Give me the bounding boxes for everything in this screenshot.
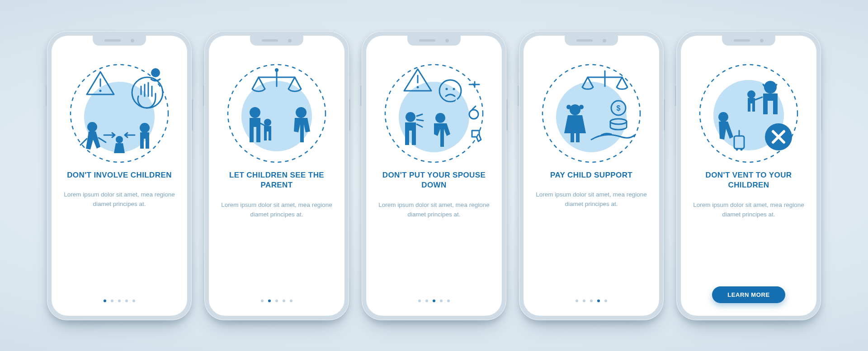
screen-title: DON'T VENT TO YOUR CHILDREN bbox=[691, 170, 807, 191]
svg-point-3 bbox=[99, 89, 102, 92]
dont-vent-icon bbox=[694, 59, 803, 168]
svg-point-33 bbox=[579, 105, 584, 109]
svg-point-28 bbox=[556, 82, 627, 152]
screen-body: Lorem ipsum dolor sit amet, mea regione … bbox=[535, 190, 648, 209]
screen-title: DON'T INVOLVE CHILDREN bbox=[67, 170, 172, 181]
page-dot[interactable] bbox=[125, 300, 128, 302]
phone-notch bbox=[722, 36, 775, 46]
page-indicator bbox=[104, 300, 135, 302]
screen-title: PAY CHILD SUPPORT bbox=[550, 170, 632, 181]
onboarding-screen: DON'T INVOLVE CHILDREN Lorem ipsum dolor… bbox=[52, 36, 187, 316]
svg-point-20 bbox=[417, 86, 419, 88]
child-support-icon: $ bbox=[537, 59, 646, 168]
svg-point-26 bbox=[435, 113, 445, 123]
page-indicator bbox=[418, 300, 450, 302]
phone-mockup: DON'T VENT TO YOUR CHILDREN Lorem ipsum … bbox=[676, 31, 821, 320]
page-indicator bbox=[576, 300, 607, 302]
phone-notch bbox=[565, 36, 618, 46]
screen-title: DON'T PUT YOUR SPOUSE DOWN bbox=[376, 170, 492, 191]
page-dot[interactable] bbox=[433, 300, 435, 302]
involve-children-icon bbox=[65, 59, 174, 168]
svg-point-23 bbox=[453, 88, 455, 90]
page-dot[interactable] bbox=[290, 300, 292, 302]
screen-body: Lorem ipsum dolor sit amet, mea regione … bbox=[692, 201, 805, 220]
page-dot[interactable] bbox=[261, 300, 264, 302]
page-dot[interactable] bbox=[447, 300, 450, 302]
page-dot[interactable] bbox=[590, 300, 593, 302]
svg-point-5 bbox=[151, 68, 160, 77]
svg-point-31 bbox=[570, 104, 580, 115]
page-dot[interactable] bbox=[425, 300, 428, 302]
page-dot[interactable] bbox=[275, 300, 278, 302]
page-dot[interactable] bbox=[583, 300, 585, 302]
svg-point-44 bbox=[736, 148, 738, 150]
onboarding-screen: DON'T VENT TO YOUR CHILDREN Lorem ipsum … bbox=[681, 36, 816, 316]
phone-notch bbox=[407, 36, 461, 46]
svg-point-14 bbox=[250, 107, 260, 118]
svg-point-24 bbox=[469, 110, 478, 119]
phone-mockup: $ PAY CHILD SUPPORT Lorem ipsum dolor si… bbox=[519, 31, 664, 320]
screen-title: LET CHILDREN SEE THE PARENT bbox=[219, 170, 335, 191]
svg-text:$: $ bbox=[617, 104, 621, 112]
page-dot[interactable] bbox=[576, 300, 578, 302]
learn-more-button[interactable]: LEARN MORE bbox=[712, 286, 785, 303]
page-dot[interactable] bbox=[283, 300, 285, 302]
see-parent-icon bbox=[222, 59, 331, 168]
phone-mockup: LET CHILDREN SEE THE PARENT Lorem ipsum … bbox=[204, 31, 349, 320]
screen-body: Lorem ipsum dolor sit amet, mea regione … bbox=[220, 201, 333, 220]
onboarding-screen: DON'T PUT YOUR SPOUSE DOWN Lorem ipsum d… bbox=[366, 36, 502, 316]
page-dot[interactable] bbox=[268, 300, 271, 302]
svg-point-25 bbox=[406, 112, 415, 122]
phone-notch bbox=[250, 36, 303, 46]
svg-point-8 bbox=[116, 136, 123, 143]
svg-point-13 bbox=[275, 68, 278, 72]
phone-mockup: DON'T INVOLVE CHILDREN Lorem ipsum dolor… bbox=[47, 31, 192, 320]
screen-body: Lorem ipsum dolor sit amet, mea regione … bbox=[377, 201, 491, 220]
svg-point-6 bbox=[87, 122, 97, 132]
screen-body: Lorem ipsum dolor sit amet, mea regione … bbox=[63, 190, 176, 209]
svg-point-22 bbox=[446, 88, 448, 90]
page-indicator bbox=[261, 300, 292, 302]
svg-point-7 bbox=[140, 123, 150, 133]
page-dot[interactable] bbox=[104, 300, 106, 302]
page-dot[interactable] bbox=[418, 300, 421, 302]
phone-mockup: DON'T PUT YOUR SPOUSE DOWN Lorem ipsum d… bbox=[362, 31, 506, 320]
page-dot[interactable] bbox=[132, 300, 135, 302]
svg-point-40 bbox=[747, 90, 755, 98]
onboarding-screen: $ PAY CHILD SUPPORT Lorem ipsum dolor si… bbox=[524, 36, 659, 316]
onboarding-screen: LET CHILDREN SEE THE PARENT Lorem ipsum … bbox=[209, 36, 344, 316]
page-dot[interactable] bbox=[440, 300, 443, 302]
svg-point-41 bbox=[718, 112, 728, 122]
spouse-down-icon bbox=[380, 59, 488, 168]
phone-notch bbox=[93, 36, 146, 46]
page-dot[interactable] bbox=[111, 300, 113, 302]
page-dot[interactable] bbox=[604, 300, 607, 302]
page-dot[interactable] bbox=[118, 300, 121, 302]
svg-point-45 bbox=[741, 148, 743, 150]
onboarding-row: DON'T INVOLVE CHILDREN Lorem ipsum dolor… bbox=[47, 31, 821, 320]
page-dot[interactable] bbox=[597, 300, 600, 302]
svg-point-16 bbox=[296, 107, 307, 118]
svg-point-32 bbox=[566, 105, 571, 109]
